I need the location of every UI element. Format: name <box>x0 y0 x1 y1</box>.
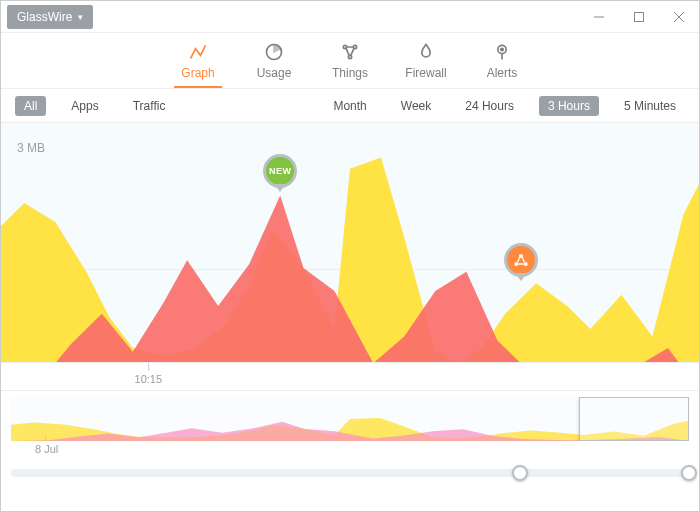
minimize-button[interactable] <box>579 1 619 33</box>
scroll-handle-right[interactable] <box>681 465 697 481</box>
maximize-button[interactable] <box>619 1 659 33</box>
firewall-icon <box>416 42 436 62</box>
traffic-chart[interactable]: 3 MB NEW 10:15 <box>1 123 699 391</box>
title-bar: GlassWire ▾ <box>1 1 699 33</box>
tab-label: Usage <box>257 66 292 80</box>
alert-pin-icon <box>504 243 538 277</box>
tab-alerts[interactable]: Alerts <box>478 42 526 88</box>
x-axis: 10:15 <box>1 362 699 390</box>
overview-scrollbar[interactable] <box>11 469 689 477</box>
app-title: GlassWire <box>17 10 72 24</box>
range-24h[interactable]: 24 Hours <box>456 96 523 116</box>
range-month[interactable]: Month <box>324 96 375 116</box>
tab-label: Firewall <box>405 66 446 80</box>
x-tick-label: 10:15 <box>135 373 163 385</box>
chevron-down-icon: ▾ <box>78 12 83 22</box>
filter-bar: AllAppsTraffic MonthWeek24 Hours3 Hours5… <box>1 89 699 123</box>
filter-all[interactable]: All <box>15 96 46 116</box>
overview-window[interactable] <box>579 397 689 441</box>
tab-firewall[interactable]: Firewall <box>402 42 450 88</box>
tab-usage[interactable]: Usage <box>250 42 298 88</box>
tab-things[interactable]: Things <box>326 42 374 88</box>
scroll-handle-left[interactable] <box>512 465 528 481</box>
tab-label: Things <box>332 66 368 80</box>
tab-label: Graph <box>181 66 214 80</box>
chart-marker-new[interactable]: NEW <box>263 154 297 188</box>
svg-point-9 <box>501 48 504 51</box>
app-menu-button[interactable]: GlassWire ▾ <box>7 5 93 29</box>
svg-point-12 <box>523 262 527 266</box>
tab-label: Alerts <box>487 66 518 80</box>
graph-icon <box>188 42 208 62</box>
overview-date-tick: 8 Jul <box>35 435 58 455</box>
svg-point-11 <box>514 262 518 266</box>
alerts-icon <box>492 42 512 62</box>
chart-marker-alert[interactable] <box>504 243 538 277</box>
chart-canvas <box>1 123 699 390</box>
things-icon <box>340 42 360 62</box>
overview-chart[interactable] <box>11 397 689 441</box>
overview-strip: 8 Jul <box>1 391 699 487</box>
usage-icon <box>264 42 284 62</box>
filter-group-range: MonthWeek24 Hours3 Hours5 Minutes <box>324 96 685 116</box>
new-pin-icon: NEW <box>263 154 297 188</box>
close-button[interactable] <box>659 1 699 33</box>
tab-underline <box>174 86 222 88</box>
svg-point-7 <box>348 55 351 58</box>
filter-apps[interactable]: Apps <box>62 96 107 116</box>
svg-rect-1 <box>635 12 644 21</box>
filter-traffic[interactable]: Traffic <box>124 96 175 116</box>
range-5m[interactable]: 5 Minutes <box>615 96 685 116</box>
overview-date-label: 8 Jul <box>35 443 58 455</box>
filter-group-scope: AllAppsTraffic <box>15 96 174 116</box>
main-tab-bar: GraphUsageThingsFirewallAlerts <box>1 33 699 89</box>
range-week[interactable]: Week <box>392 96 440 116</box>
x-axis-tick: 10:15 <box>135 363 163 385</box>
window-controls <box>579 1 699 33</box>
tab-graph[interactable]: Graph <box>174 42 222 88</box>
range-3h[interactable]: 3 Hours <box>539 96 599 116</box>
